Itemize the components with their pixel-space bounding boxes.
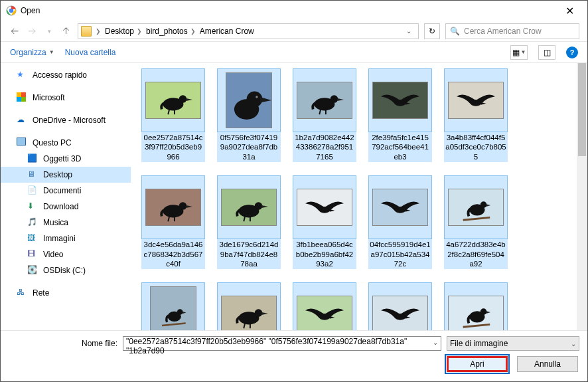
preview-pane-icon: ◫: [544, 48, 551, 57]
bird-image: [297, 296, 352, 330]
file-thumbnail[interactable]: 3fb1beea065d4cb0be2b99a6bf4293a2: [293, 175, 356, 269]
folder-type-icon: 📄: [27, 185, 38, 196]
file-thumbnail[interactable]: [293, 282, 356, 330]
file-thumbnail[interactable]: 3a4b83ff4cf044f5a05df3ce0c7b8055: [444, 68, 508, 162]
bird-image: [146, 82, 200, 118]
sidebar-item-video[interactable]: 🎞Video: [1, 246, 131, 262]
star-icon: ★: [17, 70, 27, 80]
sidebar-item-this-pc[interactable]: Questo PC: [1, 135, 131, 151]
navbar: 🡠 🡢 ▾ 🡡 ❯ Desktop❯ bird_photos❯ American…: [1, 21, 587, 42]
preview-pane-button[interactable]: ◫: [538, 45, 555, 60]
file-name: 3dc4e56da9a146c7868342b3d567c40f: [141, 239, 205, 269]
forward-button[interactable]: 🡢: [26, 27, 38, 36]
titlebar: Open ✕: [1, 1, 587, 21]
microsoft-icon: [17, 92, 27, 103]
chevron-right-icon: ❯: [96, 28, 101, 35]
folder-type-icon: 🎵: [27, 217, 38, 228]
chrome-icon: [6, 5, 17, 16]
bird-image: [449, 82, 503, 118]
network-icon: 🖧: [17, 288, 27, 298]
file-thumbnail[interactable]: 3de1679c6d214d9ba7f47db824e878aa: [217, 175, 281, 269]
filename-value: "0ee2572a87514c3f97ff20b5d3eb9966" "0f57…: [126, 337, 407, 355]
breadcrumb-part[interactable]: bird_photos: [146, 27, 188, 36]
breadcrumb-part[interactable]: American Crow: [200, 27, 254, 36]
open-button[interactable]: Apri: [447, 356, 508, 372]
bird-image: [373, 82, 427, 118]
sidebar-item-microsoft[interactable]: Microsoft: [1, 90, 131, 106]
file-name: 2fe39fa5fc1e415792acf564bee41eb3: [368, 132, 432, 162]
file-thumbnail[interactable]: 4d42dcdd6e144801b6a2c951f5cb21bb: [217, 282, 281, 330]
file-thumbnail[interactable]: 4a6722dd383e4b2f8c2a8f69fe504a92: [444, 175, 508, 269]
file-name: 3a4b83ff4cf044f5a05df3ce0c7b8055: [444, 132, 508, 162]
up-button[interactable]: 🡡: [60, 27, 72, 36]
thumbnails-icon: ▦: [512, 48, 520, 57]
bird-image: [226, 73, 271, 128]
bird-image: [297, 189, 352, 225]
footer: Nome file: "0ee2572a87514c3f97ff20b5d3eb…: [1, 330, 587, 379]
sidebar-item-musica[interactable]: 🎵Musica: [1, 215, 131, 231]
file-name: 0ee2572a87514c3f97ff20b5d3eb9966: [141, 132, 205, 162]
refresh-icon: ↻: [429, 27, 435, 36]
bird-image: [449, 189, 503, 225]
sidebar-item-osdisk-c-[interactable]: 💽OSDisk (C:): [1, 262, 131, 278]
chevron-down-icon[interactable]: ⌄: [433, 339, 438, 346]
chevron-down-icon: ▼: [49, 49, 54, 55]
file-thumbnail[interactable]: 3dc4e56da9a146c7868342b3d567c40f: [141, 175, 205, 269]
view-mode-button[interactable]: ▦▼: [510, 45, 528, 60]
recent-dropdown-icon[interactable]: ▾: [43, 28, 55, 35]
file-name: 0f5756fe3f074199a9027dea8f7db31a: [217, 132, 281, 162]
close-icon[interactable]: ✕: [557, 5, 582, 17]
scrollbar-thumb[interactable]: [578, 63, 586, 156]
bird-image: [373, 296, 427, 330]
sidebar-item-immagini[interactable]: 🖼Immagini: [1, 231, 131, 246]
bird-image: [146, 189, 200, 225]
file-pane[interactable]: 0ee2572a87514c3f97ff20b5d3eb99660f5756fe…: [131, 63, 587, 330]
file-thumbnail[interactable]: [368, 282, 432, 330]
folder-type-icon: 💽: [27, 265, 38, 276]
file-thumbnail[interactable]: 0ee2572a87514c3f97ff20b5d3eb9966: [141, 68, 205, 162]
chevron-down-icon[interactable]: ⌄: [402, 27, 415, 35]
folder-icon: [81, 26, 92, 37]
folder-type-icon: 🟦: [27, 153, 38, 164]
pc-icon: [17, 138, 27, 148]
cancel-button[interactable]: Annulla: [517, 356, 578, 372]
sidebar-item-download[interactable]: ⬇Download: [1, 199, 131, 215]
sidebar-item-documenti[interactable]: 📄Documenti: [1, 183, 131, 199]
refresh-button[interactable]: ↻: [424, 23, 440, 39]
file-thumbnail[interactable]: 2fe39fa5fc1e415792acf564bee41eb3: [368, 68, 432, 162]
help-button[interactable]: ?: [566, 47, 578, 58]
folder-type-icon: 🖼: [27, 233, 38, 244]
sidebar-item-network[interactable]: 🖧Rete: [1, 285, 131, 301]
sidebar-item-oggetti-3d[interactable]: 🟦Oggetti 3D: [1, 151, 131, 167]
folder-type-icon: 🎞: [27, 249, 38, 260]
file-thumbnail[interactable]: 04fcc595919d4e1a97c015b42a53472c: [368, 175, 432, 269]
file-thumbnail[interactable]: [444, 282, 508, 330]
breadcrumb-part[interactable]: Desktop: [105, 27, 134, 36]
file-name: 3de1679c6d214d9ba7f47db824e878aa: [217, 239, 281, 269]
sidebar-item-desktop[interactable]: 🖥Desktop: [1, 167, 131, 183]
filename-label: Nome file:: [9, 339, 117, 348]
bird-image: [373, 189, 427, 225]
new-folder-button[interactable]: Nuova cartella: [65, 48, 116, 57]
sidebar-item-quick-access[interactable]: ★Accesso rapido: [1, 67, 131, 83]
search-input[interactable]: 🔍 Cerca American Crow: [445, 23, 579, 39]
filename-input[interactable]: "0ee2572a87514c3f97ff20b5d3eb9966" "0f57…: [123, 336, 441, 351]
bird-image: [297, 82, 352, 118]
bird-image: [151, 287, 196, 330]
file-thumbnail[interactable]: 1b2a7d9082e44243386278a2f9517165: [293, 68, 356, 162]
chevron-right-icon: ❯: [137, 28, 142, 35]
breadcrumb[interactable]: ❯ Desktop❯ bird_photos❯ American Crow ⌄: [78, 23, 419, 39]
sidebar-item-onedrive[interactable]: ☁OneDrive - Microsoft: [1, 112, 131, 128]
file-thumbnail[interactable]: 0f5756fe3f074199a9027dea8f7db31a: [217, 68, 281, 162]
sidebar: ★Accesso rapido Microsoft ☁OneDrive - Mi…: [1, 63, 131, 330]
scrollbar[interactable]: [577, 63, 587, 330]
filetype-filter[interactable]: File di immagine ⌄: [447, 336, 579, 351]
file-name: 1b2a7d9082e44243386278a2f9517165: [293, 132, 356, 162]
cloud-icon: ☁: [17, 115, 27, 126]
search-placeholder: Cerca American Crow: [464, 27, 542, 36]
back-button[interactable]: 🡠: [9, 27, 21, 36]
organize-menu[interactable]: Organizza▼: [10, 48, 54, 57]
file-name: 3fb1beea065d4cb0be2b99a6bf4293a2: [293, 239, 356, 269]
file-thumbnail[interactable]: 4c39c205f8804827a94f245d2146c4ce: [141, 282, 205, 330]
chevron-down-icon: ⌄: [571, 340, 576, 347]
